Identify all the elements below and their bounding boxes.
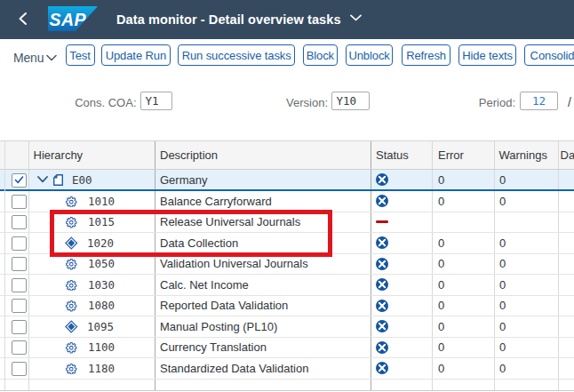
run-successive-tasks-button[interactable]: Run successive tasks xyxy=(178,44,295,66)
checkbox-cell xyxy=(0,296,29,316)
description-text: Validation Universal Journals xyxy=(160,257,308,270)
warnings-count: 0 xyxy=(499,257,506,270)
warnings-count: 0 xyxy=(499,236,506,250)
version-label: Version: xyxy=(286,96,328,109)
date-cell xyxy=(559,233,574,253)
warnings-count: 0 xyxy=(499,362,506,375)
description-text: Reported Data Validation xyxy=(160,299,288,312)
error-cell xyxy=(433,212,495,233)
warnings-cell xyxy=(495,212,559,233)
error-cell: 0 xyxy=(433,296,495,316)
error-count: 0 xyxy=(438,299,444,312)
version-field[interactable]: Y10 xyxy=(331,92,371,110)
empty-cell xyxy=(155,380,371,390)
warnings-column-header[interactable]: Warnings xyxy=(495,141,559,169)
table-row[interactable]: 1095 Manual Posting (PL10) 0 0 xyxy=(0,316,574,338)
sap-logo: SAP xyxy=(48,6,98,31)
status-column-header[interactable]: Status xyxy=(371,141,433,169)
task-id: 1095 xyxy=(87,320,114,333)
hierarchy-cell: E00 xyxy=(29,170,155,189)
warnings-count: 0 xyxy=(499,173,506,187)
description-cell: Release Universal Journals xyxy=(155,212,371,233)
test-button[interactable]: Test xyxy=(66,44,95,66)
error-circle-icon xyxy=(371,195,388,207)
title-chevron-down-icon[interactable] xyxy=(350,14,362,21)
description-cell: Data Collection xyxy=(155,233,371,253)
error-cell: 0 xyxy=(433,316,495,337)
table-row[interactable]: 1180 Standardized Data Validation 0 0 xyxy=(0,358,574,380)
date-cell xyxy=(559,191,574,212)
warnings-cell: 0 xyxy=(495,338,559,358)
error-circle-icon xyxy=(371,362,388,374)
table-row[interactable]: 1030 Calc. Net Income 0 0 xyxy=(0,275,574,296)
table-row[interactable]: 1020 Data Collection 0 0 xyxy=(0,233,574,254)
row-checkbox[interactable] xyxy=(12,195,27,209)
diamond-icon xyxy=(29,320,87,333)
refresh-button[interactable]: Refresh xyxy=(402,44,450,66)
description-cell: Reported Data Validation xyxy=(155,296,371,316)
gear-icon xyxy=(29,196,88,207)
table-row[interactable]: 1050 Validation Universal Journals 0 0 xyxy=(0,254,574,276)
table-body: E00 Germany 0 0 1010 Balance Carryforwar… xyxy=(0,170,574,391)
row-checkbox[interactable] xyxy=(12,362,27,376)
hierarchy-cell: 1080 xyxy=(29,296,155,316)
period-field[interactable]: 12 xyxy=(520,92,558,110)
hierarchy-cell: 1095 xyxy=(29,316,155,337)
row-checkbox[interactable] xyxy=(12,215,27,229)
description-cell: Manual Posting (PL10) xyxy=(155,316,371,337)
table-row[interactable]: 1100 Currency Translation 0 0 xyxy=(0,338,574,359)
block-button[interactable]: Block xyxy=(303,44,339,66)
warnings-cell: 0 xyxy=(495,191,559,212)
task-id: 1020 xyxy=(87,236,114,250)
empty-cell xyxy=(559,380,574,390)
consolidate-button[interactable]: Consolida xyxy=(524,44,574,66)
unblock-button[interactable]: Unblock xyxy=(346,44,393,66)
warnings-cell: 0 xyxy=(495,358,559,379)
table-header-row: Hierarchy Description Status Error Warni… xyxy=(0,140,574,170)
row-checkbox[interactable] xyxy=(12,236,27,251)
checkbox-cell xyxy=(0,212,29,233)
description-text: Germany xyxy=(160,173,207,187)
row-checkbox[interactable] xyxy=(12,278,27,292)
task-id: 1015 xyxy=(88,215,115,228)
row-checkbox[interactable] xyxy=(12,340,27,355)
description-column-header[interactable]: Description xyxy=(155,141,371,169)
table-row[interactable]: E00 Germany 0 0 xyxy=(0,170,574,191)
empty-cell xyxy=(495,380,559,390)
description-text: Balance Carryforward xyxy=(160,195,272,208)
description-cell: Calc. Net Income xyxy=(155,275,371,295)
table-row[interactable]: 1080 Reported Data Validation 0 0 xyxy=(0,296,574,317)
error-circle-icon xyxy=(371,300,388,312)
checkbox-cell xyxy=(0,233,29,253)
hierarchy-column-header[interactable]: Hierarchy xyxy=(29,141,155,169)
description-cell: Currency Translation xyxy=(155,338,371,358)
error-count: 0 xyxy=(438,257,444,270)
date-column-header[interactable]: Da xyxy=(559,141,574,169)
cons-coa-field[interactable]: Y1 xyxy=(140,92,172,110)
empty-cell xyxy=(0,380,29,390)
row-checkbox[interactable] xyxy=(12,299,27,313)
hide-texts-button[interactable]: Hide texts xyxy=(458,44,516,66)
task-id: 1050 xyxy=(88,257,115,270)
row-checkbox[interactable] xyxy=(12,320,27,334)
expand-chevron-icon[interactable] xyxy=(37,176,53,183)
status-cell xyxy=(371,296,433,316)
hierarchy-cell: 1030 xyxy=(29,275,155,295)
update-run-button[interactable]: Update Run xyxy=(101,44,171,66)
warnings-cell: 0 xyxy=(495,316,559,337)
table-row[interactable]: 1010 Balance Carryforward 0 0 xyxy=(0,191,574,212)
checkbox-cell xyxy=(0,316,29,337)
back-icon[interactable] xyxy=(16,11,28,26)
status-cell xyxy=(371,170,433,189)
error-count: 0 xyxy=(438,362,444,375)
gear-icon xyxy=(29,300,88,312)
status-cell xyxy=(371,254,433,275)
description-cell: Validation Universal Journals xyxy=(155,254,371,275)
table-row[interactable]: 1015 Release Universal Journals xyxy=(0,212,574,234)
status-cell xyxy=(371,358,433,379)
date-cell xyxy=(559,358,574,379)
row-checkbox[interactable] xyxy=(12,173,27,188)
empty-cell xyxy=(433,380,495,390)
row-checkbox[interactable] xyxy=(12,257,27,271)
error-column-header[interactable]: Error xyxy=(433,141,495,169)
